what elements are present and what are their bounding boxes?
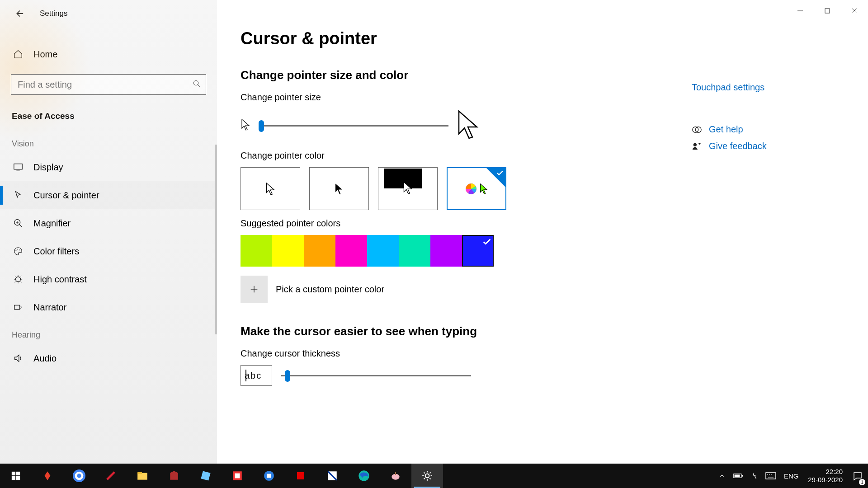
- narrator-icon: [13, 302, 24, 312]
- pointer-color-white[interactable]: [241, 167, 300, 210]
- taskbar-app-7[interactable]: [285, 464, 316, 488]
- palette-icon: [13, 246, 24, 256]
- nav-display-label: Display: [33, 162, 63, 173]
- pointer-color-label: Change pointer color: [241, 150, 841, 161]
- swatch-4[interactable]: [367, 235, 399, 267]
- tray-keyboard-icon[interactable]: [763, 464, 779, 488]
- svg-line-6: [198, 84, 200, 87]
- nav-color-filters[interactable]: Color filters: [0, 237, 217, 265]
- display-icon: [13, 162, 24, 172]
- svg-line-22: [21, 282, 22, 283]
- svg-rect-51: [395, 472, 396, 475]
- tray-notifications[interactable]: 1: [847, 464, 868, 488]
- nav-colorfilters-label: Color filters: [33, 246, 79, 257]
- tray-overflow[interactable]: [714, 464, 730, 488]
- swatch-1[interactable]: [272, 235, 304, 267]
- swatch-6[interactable]: [430, 235, 462, 267]
- nav-high-contrast[interactable]: High contrast: [0, 265, 217, 293]
- give-feedback-link[interactable]: Give feedback: [709, 141, 767, 151]
- abc-text: abc: [245, 371, 262, 381]
- minimize-button[interactable]: [787, 2, 814, 20]
- pointer-color-black[interactable]: [309, 167, 369, 210]
- taskbar-explorer[interactable]: [127, 464, 158, 488]
- svg-rect-33: [12, 472, 15, 475]
- taskbar-app-1[interactable]: [32, 464, 63, 488]
- svg-rect-7: [14, 164, 22, 169]
- search-icon: [193, 80, 201, 88]
- taskbar-edge[interactable]: [348, 464, 380, 488]
- taskbar-app-4[interactable]: [190, 464, 222, 488]
- window-title: Settings: [40, 9, 67, 18]
- category-hearing: Hearing: [0, 321, 217, 344]
- nav-cursor-label: Cursor & pointer: [33, 190, 99, 201]
- nav-audio[interactable]: Audio: [0, 344, 217, 372]
- swatch-5[interactable]: [399, 235, 430, 267]
- close-button[interactable]: [841, 2, 868, 20]
- home-nav[interactable]: Home: [0, 41, 217, 68]
- main-content: Cursor & pointer Change pointer size and…: [217, 0, 868, 464]
- nav-cursor-pointer[interactable]: Cursor & pointer: [0, 181, 217, 209]
- svg-rect-47: [297, 472, 304, 479]
- help-icon: [692, 125, 702, 135]
- nav-magnifier-label: Magnifier: [33, 218, 71, 229]
- pick-custom-color[interactable]: Pick a custom pointer color: [241, 276, 841, 303]
- start-button[interactable]: [0, 464, 32, 488]
- touchpad-settings-link[interactable]: Touchpad settings: [692, 82, 764, 93]
- cursor-thickness-slider[interactable]: [281, 369, 471, 382]
- selected-check-icon: [486, 168, 505, 187]
- cursor-icon: [13, 190, 24, 200]
- category-vision: Vision: [0, 130, 217, 153]
- nav-narrator[interactable]: Narrator: [0, 293, 217, 321]
- taskbar-app-9[interactable]: [380, 464, 411, 488]
- color-wheel-icon: [465, 183, 477, 195]
- back-button[interactable]: [11, 5, 27, 22]
- taskbar-app-5[interactable]: [222, 464, 253, 488]
- swatch-0[interactable]: [241, 235, 272, 267]
- pointer-color-options: [241, 167, 841, 210]
- svg-rect-35: [12, 476, 15, 480]
- contrast-icon: [13, 274, 24, 284]
- home-icon: [13, 49, 24, 59]
- cursor-large-icon: [457, 109, 479, 142]
- feedback-icon: [692, 141, 702, 151]
- nav-audio-label: Audio: [33, 353, 57, 364]
- taskbar-app-8[interactable]: [316, 464, 348, 488]
- nav-highcontrast-label: High contrast: [33, 274, 87, 285]
- tray-battery-icon[interactable]: [730, 464, 746, 488]
- get-help-link[interactable]: Get help: [709, 124, 743, 135]
- tray-clock[interactable]: 22:20 29-09-2020: [803, 468, 847, 484]
- right-rail: Touchpad settings Get help Give feedback: [692, 82, 809, 151]
- cursor-thickness-label: Change cursor thickness: [241, 348, 841, 359]
- tray-language[interactable]: ENG: [779, 464, 803, 488]
- swatch-7[interactable]: [462, 235, 494, 267]
- pointer-size-slider[interactable]: [259, 119, 448, 132]
- taskbar-app-6[interactable]: [253, 464, 285, 488]
- pointer-color-custom[interactable]: [447, 167, 506, 210]
- search-input[interactable]: [11, 74, 206, 95]
- pick-custom-label: Pick a custom pointer color: [276, 284, 384, 295]
- nav-narrator-label: Narrator: [33, 302, 66, 313]
- taskbar-app-2[interactable]: [95, 464, 127, 488]
- svg-line-10: [19, 225, 22, 227]
- taskbar-app-3[interactable]: [158, 464, 190, 488]
- sidebar: Settings Home Ease of Access Vision Disp…: [0, 0, 217, 464]
- svg-rect-36: [16, 476, 20, 480]
- svg-rect-1: [825, 9, 830, 13]
- cursor-thickness-row: abc: [241, 365, 841, 386]
- maximize-button[interactable]: [814, 2, 841, 20]
- tray-time: 22:20: [808, 468, 843, 476]
- page-title: Cursor & pointer: [241, 29, 841, 48]
- nav-display[interactable]: Display: [0, 153, 217, 181]
- cursor-small-icon: [241, 118, 250, 133]
- nav-magnifier[interactable]: Magnifier: [0, 209, 217, 237]
- tray-connect-icon[interactable]: [746, 464, 763, 488]
- pointer-color-inverted[interactable]: [378, 167, 438, 210]
- svg-rect-34: [16, 472, 20, 475]
- swatch-2[interactable]: [304, 235, 335, 267]
- swatch-3[interactable]: [335, 235, 367, 267]
- svg-rect-56: [766, 473, 776, 479]
- svg-rect-25: [14, 305, 20, 309]
- taskbar-chrome[interactable]: [63, 464, 95, 488]
- taskbar-settings[interactable]: [411, 464, 443, 488]
- section-title: Ease of Access: [0, 106, 217, 130]
